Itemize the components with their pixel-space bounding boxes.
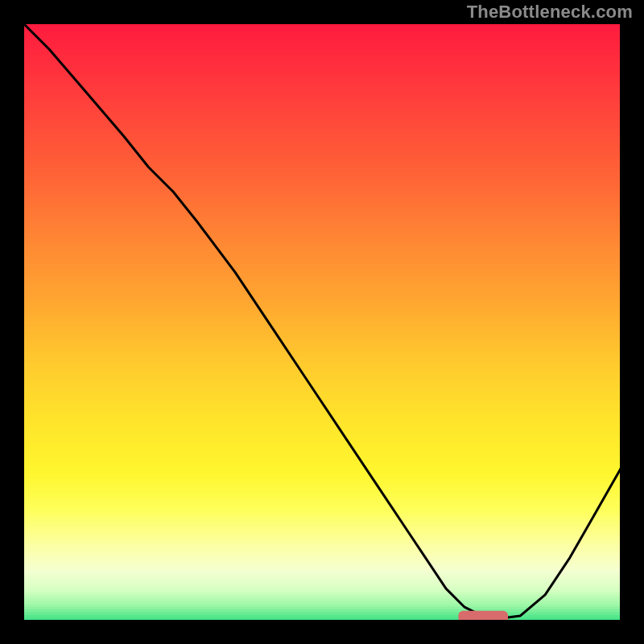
heat-gradient-background — [12, 12, 632, 636]
watermark-text: TheBottleneck.com — [467, 2, 633, 23]
chart-canvas — [0, 0, 644, 644]
